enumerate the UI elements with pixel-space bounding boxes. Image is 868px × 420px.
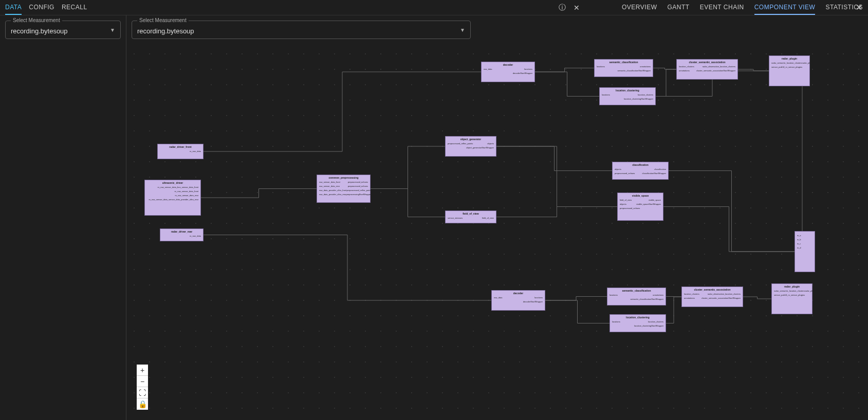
- node-title: decoder: [484, 63, 532, 66]
- zoom-out-button[interactable]: −: [137, 376, 148, 387]
- sidebar: Select Measurement recording.bytesoup ▼: [0, 15, 126, 420]
- node-title: radar_driver_front: [160, 145, 201, 148]
- port-out: cluster_semantic_associationStartWrapper: [696, 69, 735, 73]
- component-graph-canvas[interactable]: radar_driver_frontrx_raw_dataultrasonic_…: [126, 46, 868, 420]
- node-title: ultrasonic_driver: [147, 181, 198, 184]
- port-out: annotations: [653, 293, 663, 297]
- node-ultrasonic_driver[interactable]: ultrasonic_driverrx_raw_sensor_data_bus_…: [144, 180, 201, 216]
- port-in: radar_semantic_location_clusters: [771, 61, 802, 65]
- node-radar_plugin1[interactable]: radar_pluginradar_semantic_location_clus…: [769, 55, 810, 86]
- left-toolbar-icons: ⓘ ✕: [558, 4, 581, 12]
- port-out: radar_observation_location_clusters: [703, 65, 735, 69]
- node-title: visible_space: [620, 194, 661, 197]
- node-visible_space[interactable]: visible_spacefield_of_viewvisible_spaceo…: [617, 193, 663, 221]
- main-panel: Select Measurement recording.bytesoup ▼ …: [126, 15, 868, 420]
- port-out: cluster_semantic_associationStartWrapper: [701, 296, 741, 300]
- port-out: classification: [654, 167, 666, 171]
- port-out: preprocessed_echoes: [348, 180, 368, 184]
- node-title: location_clustering: [612, 316, 663, 319]
- node-common_preprocessing[interactable]: common_preprocessingraw_sensor_data_fron…: [317, 175, 371, 203]
- port-out: location_clusters: [648, 320, 663, 324]
- node-semantic_classification1[interactable]: semantic_classificationlocationsannotati…: [594, 59, 653, 77]
- node-radar_driver_front[interactable]: radar_driver_frontrx_raw_data: [157, 144, 204, 159]
- port-out: rx_raw_sensor_data_rear: [175, 194, 198, 198]
- port-out: location_clusteringStartWrapper: [634, 324, 663, 328]
- node-title: semantic_classification: [610, 289, 663, 292]
- right-tab-gantt[interactable]: GANTT: [668, 1, 690, 15]
- port-in: raw_data_provider_ultra_rear: [319, 193, 346, 197]
- port-in: in_d: [797, 246, 801, 250]
- select-label: Select Measurement: [11, 17, 62, 23]
- node-title: classification: [615, 163, 666, 166]
- chevron-down-icon: ▼: [460, 27, 465, 33]
- node-object_generator[interactable]: object_generatorpreprocessed_reflex_poin…: [445, 136, 496, 157]
- node-cluster_semantic_association2[interactable]: cluster_semantic_associationlocation_clu…: [681, 287, 743, 307]
- node-decoder1[interactable]: decoderraw_datalocationsdecoderStartWrap…: [481, 62, 535, 82]
- port-in: preprocessed_reflex_points: [448, 142, 473, 146]
- right-tab-event-chain[interactable]: EVENT CHAIN: [700, 1, 744, 15]
- port-out: rx_raw_data: [190, 149, 201, 154]
- port-in: in_b: [797, 238, 801, 242]
- graph-edges: [126, 46, 868, 420]
- port-out: locations: [534, 296, 543, 300]
- select-value: recording.bytesoup: [137, 27, 194, 35]
- zoom-fit-button[interactable]: ⛶: [137, 387, 148, 398]
- node-field_of_view[interactable]: field_of_viewsensor_statusesfield_of_vie…: [445, 211, 496, 223]
- node-title: radar_plugin: [774, 285, 810, 288]
- node-decoder2[interactable]: decoderraw_datalocationsdecoderStartWrap…: [491, 290, 545, 311]
- node-title: semantic_classification: [597, 61, 651, 64]
- port-in: annotations: [679, 69, 690, 73]
- port-out: rx_raw_sensor_data_sensor_data_provider_…: [149, 198, 198, 202]
- port-in: locations: [610, 293, 618, 297]
- node-classification[interactable]: classificationobjectsclassificationprepr…: [612, 162, 669, 180]
- port-in: locations: [602, 93, 610, 97]
- node-location_clustering2[interactable]: location_clusteringlocationslocation_clu…: [610, 314, 666, 332]
- node-location_clustering1[interactable]: location_clusteringlocationslocation_clu…: [599, 87, 656, 105]
- node-radar_plugin2[interactable]: radar_pluginradar_semantic_location_clus…: [771, 283, 812, 314]
- right-tab-component-view[interactable]: COMPONENT VIEW: [754, 1, 816, 15]
- port-out: semantic_classificationStartWrapper: [617, 69, 651, 73]
- port-out: locations: [524, 67, 532, 71]
- node-partial_right[interactable]: in_ain_bin_cin_d: [795, 231, 815, 272]
- port-out: objects: [487, 142, 494, 146]
- zoom-lock-button[interactable]: 🔒: [137, 398, 148, 410]
- left-tab-config[interactable]: CONFIG: [29, 1, 54, 15]
- zoom-in-button[interactable]: +: [137, 365, 148, 376]
- close-icon[interactable]: ✕: [572, 4, 581, 12]
- port-out: object_generatorStartWrapper: [466, 146, 494, 150]
- port-out: preprocessed_echoes: [348, 184, 368, 188]
- select-value: recording.bytesoup: [11, 27, 68, 35]
- node-title: cluster_semantic_association: [684, 288, 741, 291]
- port-out: annotations: [640, 65, 651, 69]
- port-in: raw_sensor_data_rear: [319, 184, 340, 188]
- node-semantic_classification2[interactable]: semantic_classificationlocationsannotati…: [607, 288, 666, 306]
- port-out: radar_plugin: [802, 61, 814, 65]
- measurement-select-main[interactable]: Select Measurement recording.bytesoup ▼: [132, 21, 471, 39]
- zoom-controls: + − ⛶ 🔒: [137, 365, 148, 410]
- port-out: rx_raw_data: [190, 234, 201, 238]
- left-tab-recall[interactable]: RECALL: [62, 1, 87, 15]
- port-in: location_clusters: [684, 292, 699, 296]
- chevron-down-icon: ▼: [110, 27, 115, 33]
- port-out: decoderStartWrapper: [523, 300, 543, 304]
- measurement-select-sidebar[interactable]: Select Measurement recording.bytesoup ▼: [5, 21, 121, 39]
- port-in: objects: [615, 167, 621, 171]
- port-in: radar_semantic_location_clusters: [774, 289, 805, 293]
- port-in: raw_sensor_data_front: [319, 180, 340, 184]
- port-out: rx_raw_sensor_data_bus_sensor_data_front: [158, 185, 198, 189]
- left-tab-data[interactable]: DATA: [5, 1, 22, 15]
- node-radar_driver_rear[interactable]: radar_driver_rearrx_raw_data: [160, 228, 204, 241]
- select-label: Select Measurement: [137, 17, 189, 23]
- port-out: visible_spaceStartWrapper: [636, 202, 661, 206]
- info-icon[interactable]: ⓘ: [558, 4, 566, 12]
- right-tab-overview[interactable]: OVERVIEW: [622, 1, 657, 15]
- port-in: preprocessed_echoes: [620, 206, 640, 211]
- top-bar: DATACONFIGRECALL ⓘ ✕ OVERVIEWGANTTEVENT …: [0, 0, 868, 15]
- port-out: field_of_view: [482, 216, 494, 220]
- port-out: classificationStartWrapper: [642, 171, 666, 176]
- node-title: common_preprocessing: [319, 176, 368, 179]
- node-cluster_semantic_association1[interactable]: cluster_semantic_associationlocation_clu…: [676, 59, 738, 80]
- port-out: location_clusteringStartWrapper: [624, 97, 653, 101]
- close-panel-icon[interactable]: ✕: [855, 3, 863, 11]
- node-title: radar_plugin: [771, 57, 807, 60]
